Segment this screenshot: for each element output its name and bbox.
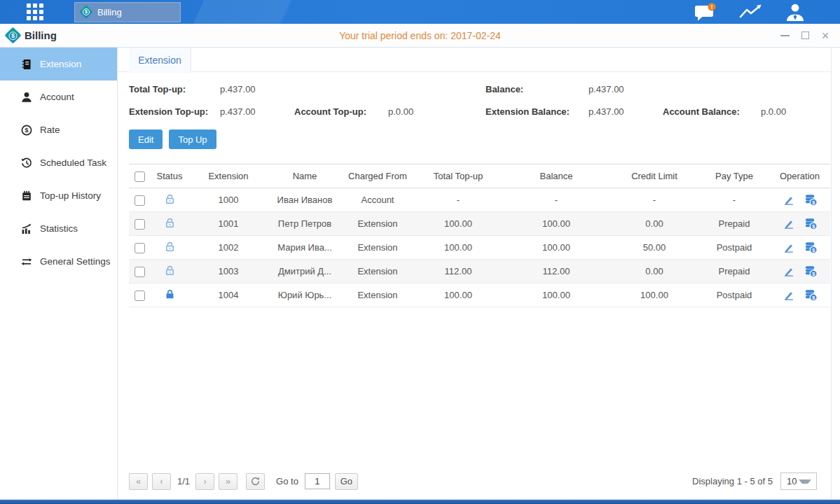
last-page-button[interactable]: » [219,473,237,490]
cell-balance: 112.00 [503,260,610,284]
cell-name: Юрий Юрь... [268,284,342,307]
unlocked-icon[interactable] [164,217,176,229]
close-button[interactable]: × [820,31,830,41]
cell-pay-type: - [699,188,769,212]
select-all-checkbox[interactable] [135,172,145,182]
window-title-bar: $ Billing Your trial period ends on: 201… [0,24,840,48]
sidebar-item-label: Account [40,92,74,102]
account-topup-label: Account Top-up: [294,106,388,117]
top-up-coins-icon[interactable]: $ [804,241,818,254]
cell-extension: 1004 [189,284,268,307]
sidebar-item-top-up-history[interactable]: Top-up History [0,179,117,212]
window-title: $ Billing [7,29,57,41]
account-icon [21,91,33,103]
cell-name: Дмитрий Д... [268,260,342,284]
column-header-name: Name [268,164,342,188]
refresh-icon[interactable] [246,473,265,490]
goto-page-input[interactable] [305,473,330,489]
edit-pencil-icon[interactable] [783,218,794,230]
svg-text:$: $ [812,223,815,230]
unlocked-icon[interactable] [164,193,176,205]
row-checkbox[interactable] [135,195,145,206]
edit-button[interactable]: Edit [129,130,163,149]
column-header-extension: Extension [189,164,268,188]
main-content: Extension Total Top-up: p.437.00 Extensi… [118,48,832,499]
column-header-credit-limit: Credit Limit [610,164,699,188]
total-topup-label: Total Top-up: [129,84,220,94]
sidebar-item-extension[interactable]: Extension [0,48,117,80]
sidebar-item-statistics[interactable]: Statistics [0,212,117,245]
content-tab-bar: Extension [118,48,831,72]
tab-extension[interactable]: Extension [129,48,191,73]
cell-balance: 100.00 [503,284,610,307]
sidebar-item-account[interactable]: Account [0,80,117,113]
row-checkbox[interactable] [135,243,145,253]
sidebar-nav: ExtensionAccount$RateScheduled TaskTop-u… [0,48,118,499]
table-body: 1000 Иван Иванов Account - - - - $ 1001 … [129,188,830,307]
cell-total-topup: 112.00 [413,260,503,284]
top-up-coins-icon[interactable]: $ [804,265,818,278]
edit-pencil-icon[interactable] [783,194,794,206]
toolbar: Edit Top Up [118,117,831,149]
app-tab-billing[interactable]: $ Billing [74,2,181,22]
top-up-coins-icon[interactable]: $ [804,288,818,302]
reports-chart-icon[interactable] [738,4,764,21]
go-button[interactable]: Go [335,473,358,490]
displaying-text: Displaying 1 - 5 of 5 [692,476,773,486]
row-checkbox[interactable] [135,267,145,277]
page-size-select[interactable]: 10 [780,472,817,490]
sidebar-item-label: General Settings [40,256,111,267]
top-up-button[interactable]: Top Up [169,130,216,149]
next-page-button[interactable]: › [195,473,214,490]
cell-pay-type: Prepaid [699,260,769,284]
cell-pay-type: Prepaid [699,212,769,236]
svg-text:$: $ [812,200,815,206]
top-up-coins-icon[interactable]: $ [804,193,818,206]
cell-pay-type: Postpaid [699,284,769,307]
table-row: 1001 Петр Петров Extension 100.00 100.00… [129,212,830,236]
cell-total-topup: 100.00 [413,236,503,260]
pagination-bar: « ‹ 1/1 › » Go to Go Displaying 1 - 5 of… [118,472,831,499]
sidebar-item-label: Scheduled Task [40,158,106,168]
page-indicator: 1/1 [177,476,190,486]
cell-charged-from: Extension [342,260,413,284]
cell-total-topup: - [413,188,503,212]
svg-text:$: $ [812,295,815,301]
edit-pencil-icon[interactable] [783,289,794,301]
svg-text:$: $ [25,127,28,134]
app-launcher-grid-icon[interactable] [27,4,43,20]
sidebar-item-label: Top-up History [40,190,101,201]
messages-icon[interactable]: ! [694,3,717,22]
sidebar-item-label: Statistics [40,223,78,234]
sidebar-item-rate[interactable]: $Rate [0,113,117,146]
extension-balance-label: Extension Balance: [486,106,588,117]
edit-pencil-icon[interactable] [783,265,794,277]
cell-credit-limit: 0.00 [610,212,699,236]
locked-icon[interactable] [164,288,176,300]
topup-history-icon [21,190,33,202]
column-header-balance: Balance [503,164,610,188]
svg-text:!: ! [711,3,713,10]
column-header-total-top-up: Total Top-up [413,164,503,188]
cell-name: Иван Иванов [268,188,342,212]
cell-credit-limit: - [610,188,699,212]
cell-extension: 1002 [189,236,268,260]
row-checkbox[interactable] [135,219,145,230]
sidebar-item-scheduled-task[interactable]: Scheduled Task [0,146,117,179]
minimize-button[interactable] [780,31,790,41]
maximize-button[interactable] [800,31,810,41]
top-up-coins-icon[interactable]: $ [804,217,818,230]
row-checkbox[interactable] [135,290,145,301]
edit-pencil-icon[interactable] [783,241,794,253]
first-page-button[interactable]: « [129,473,148,490]
prev-page-button[interactable]: ‹ [152,473,171,490]
unlocked-icon[interactable] [164,241,176,253]
user-account-icon[interactable] [784,3,806,22]
extension-topup-label: Extension Top-up: [129,106,220,117]
cell-balance: 100.00 [503,236,610,260]
cell-extension: 1001 [189,212,268,236]
sidebar-item-general-settings[interactable]: General Settings [0,245,117,278]
select-all-cell [129,164,150,188]
goto-label: Go to [276,476,298,486]
unlocked-icon[interactable] [164,265,176,276]
